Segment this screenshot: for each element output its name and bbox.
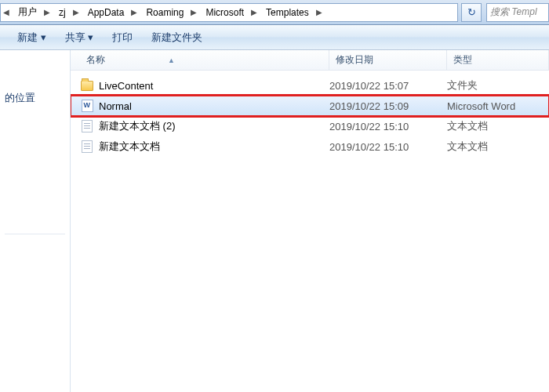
text-file-icon — [80, 119, 94, 133]
sort-ascending-icon: ▲ — [168, 56, 175, 64]
crumb-roaming[interactable]: Roaming — [140, 4, 188, 21]
refresh-icon: ↻ — [467, 6, 476, 18]
print-button[interactable]: 打印 — [103, 25, 142, 49]
file-type: 文件夹 — [447, 78, 549, 93]
list-item[interactable]: LiveContent 2019/10/22 15:07 文件夹 — [71, 75, 549, 96]
chevron-right-icon: ▶ — [314, 8, 325, 16]
file-name: LiveContent — [99, 80, 329, 92]
new-folder-button[interactable]: 新建文件夹 — [142, 25, 212, 49]
file-name: 新建文本文档 — [99, 140, 329, 154]
text-file-icon — [80, 140, 94, 154]
file-date: 2019/10/22 15:09 — [329, 100, 447, 112]
nav-separator — [5, 234, 65, 234]
crumb-appdata[interactable]: AppData — [82, 4, 129, 21]
address-bar: ◀ 用户▶ zj▶ AppData▶ Roaming▶ Microsoft▶ T… — [0, 0, 549, 25]
list-item[interactable]: Normal 2019/10/22 15:09 Microsoft Word — [71, 96, 549, 116]
word-icon — [80, 99, 94, 113]
crumb-microsoft[interactable]: Microsoft — [199, 4, 249, 21]
new-menu[interactable]: 新建 ▾ — [8, 25, 56, 49]
file-type: Microsoft Word — [447, 100, 549, 112]
file-date: 2019/10/22 15:10 — [329, 121, 447, 132]
breadcrumb[interactable]: ◀ 用户▶ zj▶ AppData▶ Roaming▶ Microsoft▶ T… — [0, 3, 458, 22]
column-name[interactable]: 名称 ▲ — [71, 50, 329, 70]
file-type: 文本文档 — [447, 119, 549, 133]
file-name: Normal — [99, 100, 329, 112]
chevron-right-icon: ▶ — [129, 8, 140, 16]
crumb-zj[interactable]: zj — [53, 4, 71, 21]
chevron-right-icon: ▶ — [42, 8, 53, 16]
file-type: 文本文档 — [447, 140, 549, 154]
column-date[interactable]: 修改日期 — [329, 50, 447, 70]
crumb-users[interactable]: 用户 — [12, 4, 42, 21]
crumb-templates[interactable]: Templates — [260, 4, 314, 21]
file-date: 2019/10/22 15:10 — [329, 141, 447, 153]
file-list-pane: 名称 ▲ 修改日期 类型 LiveContent 2019/10/22 15:0… — [71, 50, 549, 392]
nav-item-location[interactable]: 的位置 — [0, 88, 70, 108]
chevron-left-icon: ◀ — [1, 8, 12, 16]
column-type[interactable]: 类型 — [447, 50, 549, 70]
navigation-pane[interactable]: 的位置 — [0, 50, 71, 392]
list-item[interactable]: 新建文本文档 2019/10/22 15:10 文本文档 — [71, 136, 549, 157]
share-menu[interactable]: 共享 ▾ — [56, 25, 104, 49]
search-input[interactable]: 搜索 Templ — [486, 3, 549, 22]
folder-icon — [80, 78, 94, 93]
file-list: LiveContent 2019/10/22 15:07 文件夹 Normal … — [71, 71, 549, 157]
chevron-right-icon: ▶ — [188, 8, 199, 16]
toolbar: 新建 ▾ 共享 ▾ 打印 新建文件夹 — [0, 25, 549, 50]
refresh-button[interactable]: ↻ — [461, 3, 482, 22]
list-item[interactable]: 新建文本文档 (2) 2019/10/22 15:10 文本文档 — [71, 116, 549, 136]
column-name-label: 名称 — [86, 53, 105, 67]
column-header-row: 名称 ▲ 修改日期 类型 — [71, 50, 549, 71]
file-date: 2019/10/22 15:07 — [329, 80, 447, 92]
chevron-right-icon: ▶ — [71, 8, 82, 16]
chevron-right-icon: ▶ — [249, 8, 260, 16]
file-name: 新建文本文档 (2) — [99, 119, 329, 133]
